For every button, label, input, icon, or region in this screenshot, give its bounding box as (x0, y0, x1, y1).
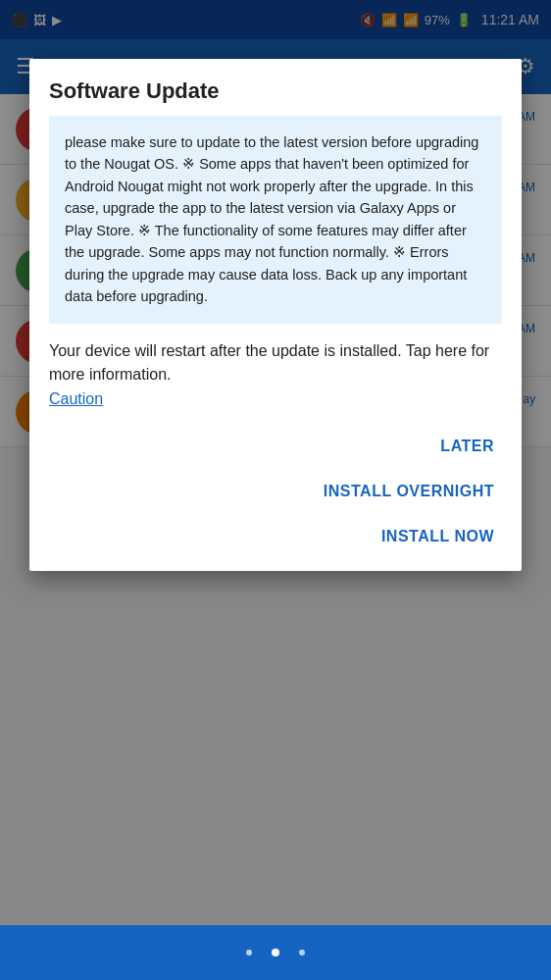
later-button[interactable]: LATER (37, 424, 514, 469)
install-overnight-button[interactable]: INSTALL OVERNIGHT (37, 469, 514, 514)
dialog-body: Your device will restart after the updat… (29, 324, 522, 416)
dialog-actions: LATER INSTALL OVERNIGHT INSTALL NOW (29, 416, 522, 571)
dialog-body-text: Your device will restart after the updat… (49, 339, 502, 387)
nav-dot-active (272, 949, 279, 956)
dialog-scroll-text: please make sure to update to the latest… (65, 131, 486, 308)
dialog-title: Software Update (29, 59, 522, 116)
caution-link[interactable]: Caution (49, 390, 502, 408)
bottom-nav (0, 925, 551, 980)
software-update-dialog: Software Update please make sure to upda… (29, 59, 522, 571)
dialog-scroll-area[interactable]: please make sure to update to the latest… (49, 116, 502, 324)
nav-dot (299, 950, 305, 955)
install-now-button[interactable]: INSTALL NOW (37, 514, 514, 559)
nav-dot (246, 950, 252, 955)
